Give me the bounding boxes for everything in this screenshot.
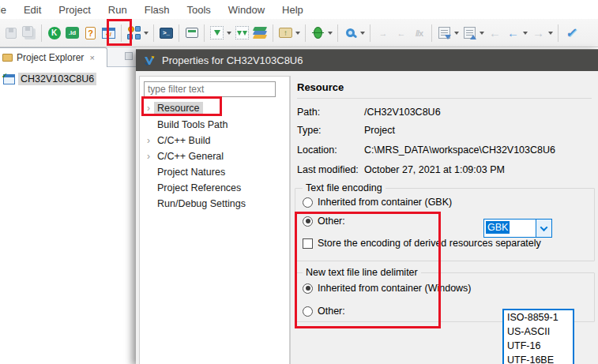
linker-script-icon[interactable]: .ld	[64, 24, 81, 41]
save-all-icon[interactable]	[21, 24, 37, 41]
debug-dropdown-icon[interactable]	[328, 32, 333, 35]
tree-item-project[interactable]: CH32V103C8U6	[0, 72, 136, 86]
dialog-title: Properties for CH32V103C8U6	[162, 54, 303, 66]
other-encoding-radio-row[interactable]: Other:	[303, 216, 345, 227]
search-dropdown-icon[interactable]	[360, 32, 365, 35]
search-icon[interactable]	[342, 24, 359, 41]
menu-file[interactable]: File	[0, 1, 15, 19]
dropdown-option-us-ascii[interactable]: US-ASCII	[504, 325, 573, 339]
build-config-icon[interactable]	[126, 24, 142, 41]
type-row: Type: Project	[297, 125, 395, 136]
download-icon[interactable]	[209, 24, 225, 41]
encoding-combobox[interactable]: GBK	[483, 219, 552, 238]
stack-layers-icon[interactable]	[252, 24, 269, 41]
main-toolbar: K .ld ? </ >_ ↑ → ← //x ← ←	[0, 19, 598, 47]
tab-close-icon[interactable]: ×	[89, 53, 94, 62]
toolchain-icon[interactable]: K	[46, 24, 62, 41]
tree-item-project-natures[interactable]: Project Natures	[140, 164, 289, 180]
debug-bug-icon[interactable]	[310, 24, 326, 41]
inherited-encoding-radio-row[interactable]: Inherited from container (GBK)	[303, 197, 452, 208]
open-archive-dropdown-icon[interactable]	[295, 32, 300, 35]
save-icon[interactable]	[2, 24, 19, 41]
other-delimiter-radio-row[interactable]: Other:	[303, 306, 345, 317]
previous-annotation-icon[interactable]	[461, 24, 478, 41]
page-title: Resource	[297, 81, 344, 93]
menu-run[interactable]: Run	[100, 1, 136, 19]
menu-edit[interactable]: Edit	[15, 1, 50, 19]
console-icon[interactable]	[183, 24, 200, 41]
store-encoding-checkbox-row[interactable]: Store the encoding of derived resources …	[303, 238, 541, 249]
radio-unselected-icon[interactable]	[303, 306, 313, 317]
radio-selected-icon[interactable]	[303, 283, 313, 294]
download-dropdown-icon[interactable]	[227, 32, 231, 35]
back-icon[interactable]: ←	[505, 24, 521, 41]
next-annotation-icon[interactable]	[436, 24, 453, 41]
previous-annotation-dropdown-icon[interactable]	[480, 32, 484, 35]
tab-label: Project Explorer	[17, 52, 84, 63]
shift-right-icon[interactable]: →	[374, 24, 391, 41]
tree-item-cpp-general[interactable]: › C/C++ General	[140, 148, 289, 164]
menu-flash[interactable]: Flash	[136, 1, 179, 19]
help-doc-icon[interactable]: ?	[82, 24, 99, 41]
properties-dialog: Properties for CH32V103C8U6 › Resource B…	[136, 49, 598, 364]
dialog-title-bar[interactable]: Properties for CH32V103C8U6	[136, 49, 598, 71]
mark-done-icon[interactable]: ✓	[562, 24, 579, 41]
filter-input[interactable]	[144, 81, 276, 97]
path-row: Path: /CH32V103C8U6	[297, 107, 441, 118]
heading-separator	[297, 98, 592, 99]
next-annotation-dropdown-icon[interactable]	[454, 32, 459, 35]
inherited-delimiter-radio-row[interactable]: Inherited from container (Windows)	[303, 283, 472, 294]
dropdown-option-iso-8859-1[interactable]: ISO-8859-1	[504, 310, 573, 325]
dialog-tree-panel: › Resource Build Tools Path › C/C++ Buil…	[139, 76, 290, 364]
checkbox-icon[interactable]	[303, 238, 313, 249]
toolbar-separator	[431, 24, 432, 42]
tree-item-project-references[interactable]: Project References	[140, 180, 289, 196]
build-config-dropdown-icon[interactable]	[144, 32, 149, 35]
combo-selected-value: GBK	[486, 221, 510, 234]
project-explorer-icon	[2, 54, 13, 62]
location-value: C:\MRS_DATA\workspace\CH32V103C8U6	[364, 144, 555, 156]
menu-help[interactable]: Help	[273, 1, 312, 19]
last-edit-location-icon[interactable]: ←	[487, 24, 503, 41]
code-window-icon[interactable]: </	[100, 24, 117, 41]
resource-page: Resource Path: /CH32V103C8U6 Type: Proje…	[291, 71, 598, 364]
toolbar-separator	[121, 24, 122, 42]
forward-icon[interactable]: →	[530, 24, 547, 41]
toolbar-separator	[337, 24, 338, 42]
toggle-comment-icon[interactable]: //x	[411, 24, 427, 41]
forward-dropdown-icon[interactable]	[548, 32, 553, 35]
toolbar-separator	[153, 24, 154, 42]
toolbar-separator	[273, 24, 273, 42]
chevron-right-icon[interactable]: ›	[143, 151, 154, 162]
menu-bar: File Edit Project Run Flash Tools Window…	[0, 0, 598, 19]
toolbar-separator	[558, 24, 559, 42]
tree-item-cpp-build[interactable]: › C/C++ Build	[140, 133, 289, 148]
project-explorer-view: Project Explorer × CH32V103C8U6	[0, 47, 136, 364]
combo-dropdown-button[interactable]	[536, 220, 551, 237]
menu-window[interactable]: Window	[220, 1, 273, 19]
open-archive-icon[interactable]: ↑	[277, 24, 294, 41]
chevron-right-icon[interactable]: ›	[143, 135, 154, 146]
radio-selected-icon[interactable]	[303, 216, 313, 227]
tab-project-explorer[interactable]: Project Explorer ×	[0, 47, 107, 67]
menu-tools[interactable]: Tools	[178, 1, 219, 19]
tree-item-build-tools-path[interactable]: Build Tools Path	[140, 117, 289, 133]
project-tree: CH32V103C8U6	[0, 68, 136, 364]
tree-item-run-debug-settings[interactable]: Run/Debug Settings	[140, 196, 289, 212]
shift-left-icon[interactable]: ←	[393, 24, 409, 41]
back-dropdown-icon[interactable]	[523, 32, 528, 35]
chevron-down-icon	[540, 223, 548, 231]
radio-unselected-icon[interactable]	[303, 197, 313, 208]
tree-item-resource[interactable]: › Resource	[140, 100, 289, 116]
dropdown-option-utf-16[interactable]: UTF-16	[504, 339, 573, 353]
chevron-right-icon[interactable]: ›	[143, 103, 154, 114]
toolbar-separator	[370, 24, 370, 42]
dropdown-option-utf-16be[interactable]: UTF-16BE	[504, 353, 573, 364]
menu-project[interactable]: Project	[50, 1, 99, 19]
view-minimize-icon[interactable]	[125, 52, 133, 60]
project-name: CH32V103C8U6	[18, 73, 96, 85]
download-all-icon[interactable]	[234, 24, 250, 41]
project-icon	[3, 74, 15, 84]
encoding-dropdown-list: ISO-8859-1 US-ASCII UTF-16 UTF-16BE UTF-…	[502, 309, 574, 364]
terminal-icon[interactable]: >_	[158, 24, 175, 41]
